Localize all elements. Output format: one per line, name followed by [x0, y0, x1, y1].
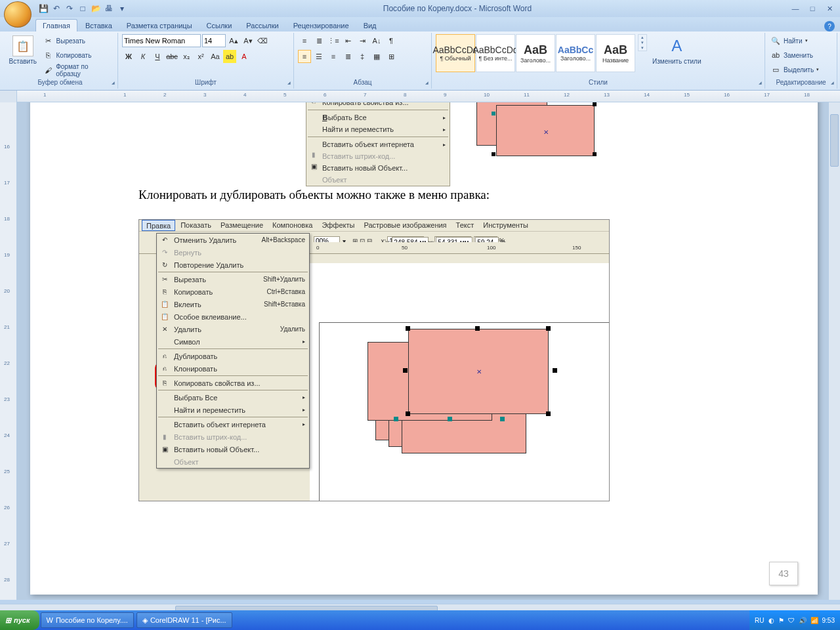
bold-button[interactable]: Ж — [122, 50, 135, 63]
body-text: Клонировать и дублировать объекты можно … — [138, 188, 490, 202]
change-case-button[interactable]: Aa — [209, 50, 222, 63]
tray-icon[interactable]: ⚑ — [778, 617, 784, 624]
find-label[interactable]: Найти — [784, 37, 803, 45]
start-button[interactable]: ⊞пуск — [0, 610, 39, 630]
replace-icon[interactable]: ab — [769, 49, 782, 62]
dropdown-item: Выбрать Все▸ — [157, 391, 309, 404]
style-item[interactable]: AaBbCcDd¶ Без инте... — [476, 34, 515, 72]
line-spacing-button[interactable]: ‡ — [356, 50, 369, 63]
dropdown-item: Символ▸ — [157, 335, 309, 348]
dropdown-item: ⎌Клонировать — [157, 362, 309, 375]
copy-label[interactable]: Копировать — [56, 52, 92, 59]
tab-view[interactable]: Вид — [357, 20, 383, 32]
vertical-scrollbar[interactable] — [828, 102, 840, 600]
font-name-combo[interactable] — [122, 34, 201, 47]
clock[interactable]: 9:53 — [822, 617, 835, 624]
tab-home[interactable]: Главная — [35, 19, 77, 32]
indent-dec-button[interactable]: ⇤ — [341, 34, 354, 47]
align-center-button[interactable]: ☰ — [312, 50, 326, 63]
subscript-button[interactable]: x₂ — [180, 50, 193, 63]
superscript-button[interactable]: x² — [194, 50, 207, 63]
style-item[interactable]: AaBНазвание — [596, 34, 635, 72]
tray-icon[interactable]: 🔊 — [799, 617, 807, 624]
ruler-corner[interactable] — [0, 91, 17, 102]
find-icon[interactable]: 🔍 — [769, 34, 782, 47]
clear-format-icon[interactable]: ⌫ — [256, 34, 269, 47]
highlight-button[interactable]: ab — [223, 50, 236, 63]
format-label[interactable]: Формат по образцу — [56, 63, 114, 77]
barcode-icon: ▮ — [308, 151, 319, 161]
new-icon[interactable]: □ — [77, 3, 88, 14]
align-left-button[interactable]: ≡ — [298, 50, 311, 63]
grow-font-icon[interactable]: A▴ — [227, 34, 240, 47]
close-button[interactable]: ✕ — [822, 3, 837, 14]
page-wrap[interactable]: ⎘Копировать свойства из... ВВыбрать Все▸… — [17, 102, 828, 600]
strike-button[interactable]: abc — [165, 50, 178, 63]
tab-refs[interactable]: Ссылки — [200, 20, 239, 32]
redo-icon[interactable]: ↷ — [64, 3, 75, 14]
show-marks-button[interactable]: ¶ — [385, 34, 398, 47]
embedded-image-top: ⎘Копировать свойства из... ВВыбрать Все▸… — [306, 102, 608, 169]
tab-insert[interactable]: Вставка — [79, 20, 119, 32]
tray-icon[interactable]: 📶 — [810, 617, 818, 624]
justify-button[interactable]: ≣ — [341, 50, 354, 63]
open-icon[interactable]: 📂 — [91, 3, 101, 14]
replace-label[interactable]: Заменить — [784, 52, 813, 59]
format-painter-icon[interactable]: 🖌 — [42, 64, 55, 77]
style-item[interactable]: AaBbCcЗаголово... — [556, 34, 595, 72]
select-icon[interactable]: ▭ — [769, 63, 782, 76]
office-button[interactable] — [4, 1, 32, 28]
numbering-button[interactable]: ≣ — [312, 34, 326, 47]
group-font-label: Шрифт — [122, 78, 289, 87]
tab-layout[interactable]: Разметка страницы — [120, 20, 199, 32]
clipboard-icon: 📋 — [12, 35, 33, 56]
styles-more-button[interactable]: ▴▾▾ — [638, 34, 647, 51]
italic-button[interactable]: К — [136, 50, 150, 63]
cut-label[interactable]: Вырезать — [56, 37, 85, 45]
taskbar-item-corel[interactable]: ◈CorelDRAW 11 - [Рис... — [136, 612, 232, 628]
indent-inc-button[interactable]: ⇥ — [356, 34, 369, 47]
corel-menu-item: Текст — [452, 220, 478, 231]
save-icon[interactable]: 💾 — [38, 3, 49, 14]
dropdown-item: Объект — [157, 455, 309, 468]
undo-icon[interactable]: ↶ — [51, 3, 62, 14]
sort-button[interactable]: A↓ — [370, 34, 383, 47]
font-color-button[interactable]: A — [238, 50, 251, 63]
group-paragraph-label: Абзац — [298, 78, 427, 87]
font-size-combo[interactable] — [202, 34, 226, 47]
copy-props-icon: ⎘ — [308, 102, 319, 108]
horizontal-ruler[interactable]: 112345678910111213141516171819 — [17, 91, 840, 102]
tray-icon[interactable]: 🛡 — [788, 617, 795, 624]
cut-icon[interactable]: ✂ — [42, 34, 55, 47]
vertical-ruler[interactable]: 16171819202122232425262728 — [0, 102, 17, 600]
tray-icon[interactable]: ◐ — [768, 617, 774, 624]
maximize-button[interactable]: □ — [805, 3, 820, 14]
paste-label: Вставить — [9, 58, 37, 65]
lang-indicator[interactable]: RU — [755, 617, 764, 624]
ribbon: 📋 Вставить ✂Вырезать ⎘Копировать 🖌Формат… — [0, 32, 840, 91]
help-button[interactable]: ? — [824, 21, 835, 32]
corel-menu-item: Правка — [142, 220, 175, 231]
dropdown-item: ↷Вернуть — [157, 246, 309, 259]
borders-button[interactable]: ⊞ — [385, 50, 398, 63]
preview-icon[interactable]: 🖶 — [104, 3, 114, 14]
tab-mail[interactable]: Рассылки — [240, 20, 285, 32]
bullets-button[interactable]: ≡ — [298, 34, 311, 47]
qat-more-icon[interactable]: ▾ — [117, 3, 127, 14]
multilevel-button[interactable]: ⋮≡ — [327, 34, 340, 47]
underline-button[interactable]: Ч — [151, 50, 164, 63]
tab-review[interactable]: Рецензирование — [287, 20, 356, 32]
taskbar-item-word[interactable]: WПособие по Корелу.... — [41, 612, 134, 628]
style-item[interactable]: AaBbCcDd¶ Обычный — [436, 34, 475, 72]
align-right-button[interactable]: ≡ — [327, 50, 340, 63]
style-item[interactable]: AaBЗаголово... — [516, 34, 555, 72]
minimize-button[interactable]: — — [788, 3, 803, 14]
select-label[interactable]: Выделить — [784, 66, 814, 74]
copy-icon[interactable]: ⎘ — [42, 49, 55, 62]
change-styles-button[interactable]: A Изменить стили — [650, 34, 704, 66]
windows-taskbar: ⊞пуск WПособие по Корелу.... ◈CorelDRAW … — [0, 610, 840, 630]
paste-button[interactable]: 📋 Вставить — [7, 34, 39, 66]
shrink-font-icon[interactable]: A▾ — [242, 34, 255, 47]
corel-menu-item: Размещение — [217, 220, 267, 231]
shading-button[interactable]: ▦ — [370, 50, 383, 63]
